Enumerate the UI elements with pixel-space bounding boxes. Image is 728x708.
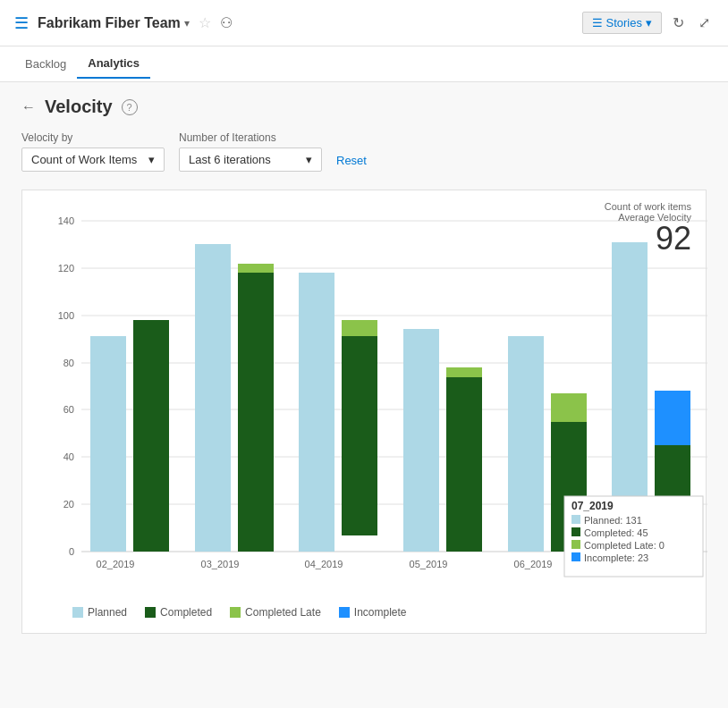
svg-rect-24 (342, 336, 377, 535)
svg-rect-23 (299, 273, 334, 552)
svg-text:20: 20 (63, 499, 74, 510)
iterations-label: Number of Iterations (179, 131, 322, 144)
avg-velocity-value: 92 (605, 223, 691, 255)
tab-backlog[interactable]: Backlog (14, 50, 77, 78)
legend-completed: Completed (145, 606, 212, 619)
bar-group-05_2019: 05_2019 (403, 329, 482, 569)
svg-rect-47 (571, 552, 580, 561)
svg-rect-29 (446, 367, 482, 377)
nav-tabs: Backlog Analytics (0, 46, 728, 82)
reset-button[interactable]: Reset (336, 149, 367, 172)
count-label: Count of work items (605, 201, 691, 212)
svg-text:80: 80 (63, 358, 74, 368)
svg-text:100: 100 (58, 310, 74, 321)
velocity-by-value: Count of Work Items (31, 153, 137, 166)
svg-rect-27 (403, 329, 439, 552)
stories-button[interactable]: ☰ Stories ▾ (582, 12, 662, 34)
svg-rect-43 (571, 527, 580, 536)
svg-text:0: 0 (69, 546, 74, 557)
svg-text:Incomplete: 23: Incomplete: 23 (584, 552, 648, 563)
svg-rect-45 (571, 540, 580, 549)
back-button[interactable]: ← (21, 99, 36, 115)
team-chevron-icon[interactable]: ▾ (184, 17, 190, 30)
stories-label: Stories (606, 16, 642, 30)
page-title: Velocity (45, 97, 113, 117)
svg-rect-28 (446, 376, 482, 552)
svg-text:04_2019: 04_2019 (305, 559, 343, 569)
svg-rect-33 (551, 393, 587, 422)
svg-text:140: 140 (58, 215, 74, 226)
svg-text:Planned: 131: Planned: 131 (584, 515, 642, 526)
bar-group-03_2019: 03_2019 (195, 244, 274, 569)
velocity-by-group: Velocity by Count of Work Items ▾ (21, 131, 165, 172)
svg-text:120: 120 (58, 263, 74, 274)
svg-rect-17 (133, 320, 169, 552)
svg-text:03_2019: 03_2019 (201, 559, 240, 569)
app-icon: ☰ (14, 13, 29, 33)
svg-text:60: 60 (63, 404, 74, 415)
bar-group-02_2019: 02_2019 (90, 320, 169, 569)
refresh-button[interactable]: ↻ (669, 11, 688, 35)
incomplete-swatch (339, 607, 350, 618)
header-actions: ☰ Stories ▾ ↻ ⤢ (582, 11, 714, 35)
iterations-value: Last 6 iterations (189, 153, 271, 166)
incomplete-label: Incomplete (354, 606, 407, 619)
completed-late-label: Completed Late (245, 606, 321, 619)
completed-label: Completed (160, 606, 212, 619)
velocity-header: ← Velocity ? (21, 97, 707, 117)
app-header: ☰ Fabrikam Fiber Team ▾ ☆ ⚇ ☰ Stories ▾ … (0, 0, 728, 46)
svg-text:Completed: 45: Completed: 45 (584, 527, 648, 538)
velocity-by-label: Velocity by (21, 131, 165, 144)
svg-text:06_2019: 06_2019 (514, 559, 553, 569)
iterations-select[interactable]: Last 6 iterations ▾ (179, 148, 322, 172)
chart-summary: Count of work items Average Velocity 92 (605, 201, 691, 255)
iterations-chevron-icon: ▾ (306, 153, 312, 166)
tab-analytics[interactable]: Analytics (77, 49, 150, 79)
velocity-chart: 140 120 100 80 60 40 (37, 212, 716, 596)
velocity-by-select[interactable]: Count of Work Items ▾ (21, 148, 165, 172)
svg-text:40: 40 (63, 451, 74, 462)
expand-button[interactable]: ⤢ (695, 11, 714, 35)
legend-planned: Planned (72, 606, 127, 619)
completed-swatch (145, 607, 156, 618)
completed-late-swatch (230, 607, 241, 618)
planned-label: Planned (88, 606, 127, 619)
svg-rect-25 (342, 320, 377, 336)
help-icon[interactable]: ? (122, 99, 138, 115)
stories-chevron-icon: ▾ (646, 16, 652, 30)
chart-tooltip: 07_2019 Planned: 131 Completed: 45 Compl… (564, 496, 703, 577)
svg-rect-20 (238, 273, 274, 552)
legend-completed-late: Completed Late (230, 606, 321, 619)
chart-svg-wrapper: 140 120 100 80 60 40 (37, 212, 691, 599)
planned-swatch (72, 607, 83, 618)
stories-icon: ☰ (592, 16, 603, 30)
filters-row: Velocity by Count of Work Items ▾ Number… (21, 131, 707, 172)
bar-group-04_2019: 04_2019 (299, 273, 377, 569)
chart-legend: Planned Completed Completed Late Incompl… (37, 606, 691, 619)
svg-text:07_2019: 07_2019 (571, 500, 614, 512)
svg-text:02_2019: 02_2019 (97, 559, 135, 569)
page-content: ← Velocity ? Velocity by Count of Work I… (0, 82, 728, 708)
svg-rect-41 (571, 515, 580, 524)
team-title: Fabrikam Fiber Team (38, 15, 181, 31)
svg-text:05_2019: 05_2019 (410, 559, 448, 569)
legend-incomplete: Incomplete (339, 606, 407, 619)
iterations-group: Number of Iterations Last 6 iterations ▾ (179, 131, 322, 172)
velocity-by-chevron-icon: ▾ (148, 153, 155, 166)
svg-text:Completed Late: 0: Completed Late: 0 (584, 540, 665, 551)
chart-container: Count of work items Average Velocity 92 … (21, 190, 707, 634)
svg-rect-31 (508, 336, 544, 552)
svg-rect-16 (90, 336, 126, 552)
svg-rect-21 (238, 264, 274, 273)
svg-rect-37 (655, 391, 690, 445)
people-icon[interactable]: ⚇ (220, 14, 233, 31)
svg-rect-19 (195, 244, 231, 552)
favorite-icon[interactable]: ☆ (199, 14, 211, 31)
